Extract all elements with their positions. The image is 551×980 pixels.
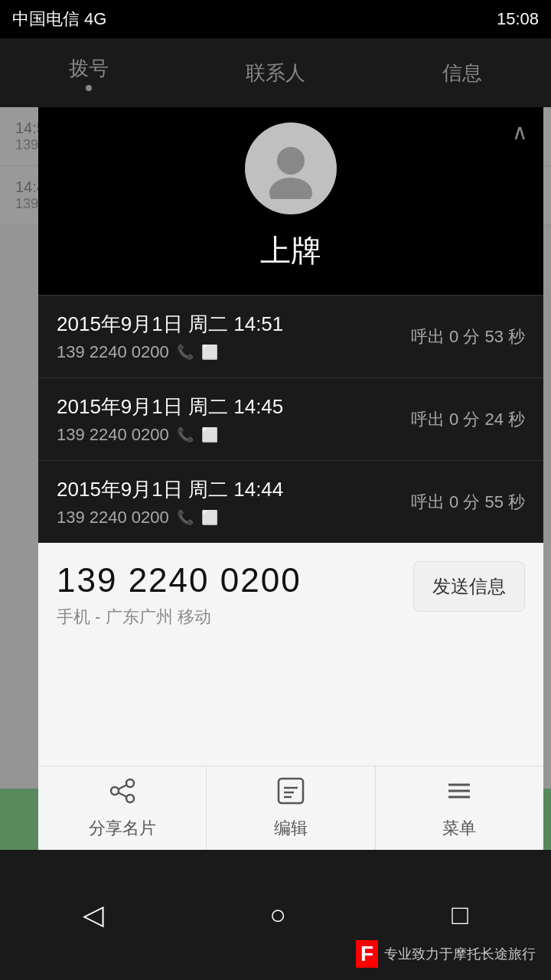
phone-number: 139 2240 0200 xyxy=(57,561,375,599)
svg-point-0 xyxy=(277,147,305,175)
avatar-icon xyxy=(260,138,321,199)
call-item-3[interactable]: 2015年9月1日 周二 14:44 139 2240 0200 📞 ⬜ 呼出 … xyxy=(38,460,543,543)
time-text: 15:08 xyxy=(497,9,539,29)
contact-name: 上牌 xyxy=(54,230,528,272)
call-number-3: 139 2240 0200 xyxy=(57,508,169,528)
tab-dial[interactable]: 拨号 xyxy=(46,47,132,99)
svg-point-3 xyxy=(126,795,134,802)
share-card-label: 分享名片 xyxy=(89,817,156,840)
watermark-text: 专业致力于摩托长途旅行 xyxy=(384,945,536,963)
back-button[interactable]: ◁ xyxy=(67,884,119,946)
phone-icon-2: 📞 xyxy=(177,426,194,443)
contact-header: 上牌 ∧ xyxy=(38,107,543,295)
svg-line-5 xyxy=(119,785,126,789)
menu-icon xyxy=(445,777,473,811)
edit-button[interactable]: 编辑 xyxy=(207,766,375,850)
collapse-button[interactable]: ∧ xyxy=(512,119,528,145)
brand-icon: F xyxy=(356,940,378,968)
phone-info-section: 139 2240 0200 手机 - 广东广州 移动 发送信息 xyxy=(38,543,543,766)
avatar xyxy=(245,122,337,214)
share-card-button[interactable]: 分享名片 xyxy=(38,766,207,850)
copy-icon-1: ⬜ xyxy=(201,344,218,361)
copy-icon-2: ⬜ xyxy=(201,426,218,443)
home-button[interactable]: ○ xyxy=(254,884,302,946)
watermark: F 专业致力于摩托长途旅行 xyxy=(356,940,536,968)
svg-point-1 xyxy=(269,178,312,199)
svg-line-6 xyxy=(119,792,126,796)
send-sms-button[interactable]: 发送信息 xyxy=(413,561,525,612)
call-duration-1: 呼出 0 分 53 秒 xyxy=(411,325,525,348)
phone-location: 手机 - 广东广州 移动 xyxy=(57,606,375,629)
call-number-2: 139 2240 0200 xyxy=(57,425,169,445)
call-duration-2: 呼出 0 分 24 秒 xyxy=(411,408,525,431)
svg-point-2 xyxy=(126,779,134,787)
phone-icon-3: 📞 xyxy=(177,509,194,526)
status-right: 15:08 xyxy=(497,9,539,29)
system-bar: ◁ ○ □ F 专业致力于摩托长途旅行 xyxy=(0,850,551,980)
modal-panel: 上牌 ∧ 2015年9月1日 周二 14:51 139 2240 0200 📞 … xyxy=(38,107,543,850)
copy-icon-3: ⬜ xyxy=(201,509,218,526)
call-history: 2015年9月1日 周二 14:51 139 2240 0200 📞 ⬜ 呼出 … xyxy=(38,295,543,543)
recents-button[interactable]: □ xyxy=(436,884,484,946)
menu-button[interactable]: 菜单 xyxy=(376,766,543,850)
tab-contacts[interactable]: 联系人 xyxy=(223,52,328,94)
action-bar: 分享名片 编辑 xyxy=(38,766,543,850)
call-date-3: 2015年9月1日 周二 14:44 xyxy=(57,476,283,503)
call-item-2[interactable]: 2015年9月1日 周二 14:45 139 2240 0200 📞 ⬜ 呼出 … xyxy=(38,377,543,460)
edit-label: 编辑 xyxy=(274,817,308,840)
tab-messages[interactable]: 信息 xyxy=(419,52,505,94)
carrier-text: 中国电信 4G xyxy=(12,8,106,31)
call-duration-3: 呼出 0 分 55 秒 xyxy=(411,491,525,514)
share-icon xyxy=(109,777,136,811)
phone-icon-1: 📞 xyxy=(177,344,194,361)
call-date-2: 2015年9月1日 周二 14:45 xyxy=(57,394,283,420)
edit-icon xyxy=(277,777,305,811)
svg-point-4 xyxy=(111,787,119,795)
call-date-1: 2015年9月1日 周二 14:51 xyxy=(57,311,283,338)
call-number-1: 139 2240 0200 xyxy=(57,342,169,362)
status-bar: 中国电信 4G 15:08 xyxy=(0,0,551,38)
svg-rect-7 xyxy=(279,779,303,803)
menu-label: 菜单 xyxy=(442,817,476,840)
bottom-panel: 139 2240 0200 手机 - 广东广州 移动 发送信息 分享名片 xyxy=(38,543,543,850)
tab-bar: 拨号 联系人 信息 xyxy=(0,38,551,107)
call-item-1[interactable]: 2015年9月1日 周二 14:51 139 2240 0200 📞 ⬜ 呼出 … xyxy=(38,295,543,377)
